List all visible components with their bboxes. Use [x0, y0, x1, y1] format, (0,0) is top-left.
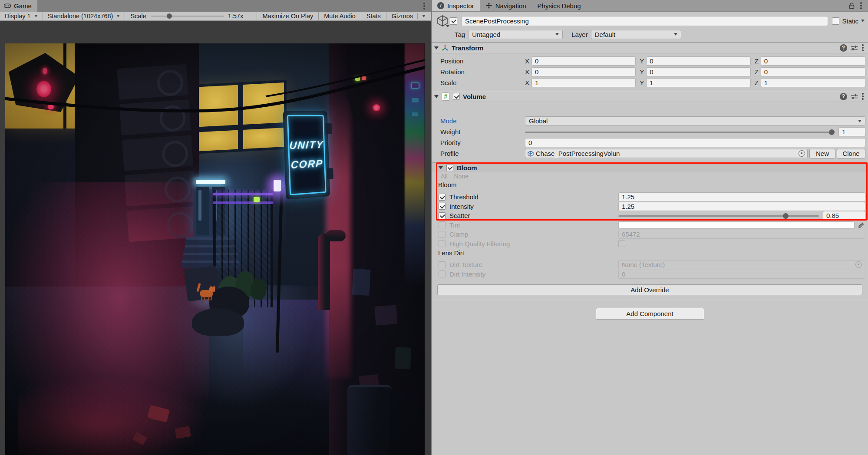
scatter-slider-thumb[interactable]	[783, 213, 789, 219]
scale-slider[interactable]	[151, 13, 224, 19]
chevron-down-icon[interactable]	[422, 15, 426, 17]
game-toolbar: Display 1 Standalone (1024x768) Scale 1.…	[0, 12, 431, 21]
transform-menu-kebab-icon[interactable]	[862, 47, 864, 49]
scale-slider-thumb[interactable]	[167, 13, 172, 19]
all-button[interactable]: All	[441, 173, 448, 180]
tag-dropdown[interactable]: Untagged	[468, 30, 563, 39]
threshold-field[interactable]: 1.25	[618, 192, 865, 201]
help-icon[interactable]: ?	[840, 93, 847, 100]
none-button[interactable]: None	[454, 173, 469, 180]
tint-checkbox[interactable]	[439, 221, 446, 228]
tab-physics-debug[interactable]: Physics Debug	[532, 0, 587, 11]
clone-button[interactable]: Clone	[837, 149, 865, 158]
gameobject-cube-icon[interactable]	[435, 14, 450, 27]
object-picker-icon[interactable]	[799, 150, 805, 157]
rotation-y-field[interactable]: 0	[646, 67, 750, 76]
dirt-intensity-row: Dirt Intensity 0	[432, 270, 868, 279]
game-scene: UNITY CORP	[5, 43, 425, 455]
volume-header: # Volume ?	[432, 91, 868, 102]
gizmos-button[interactable]: Gizmos	[386, 12, 431, 20]
info-icon: i	[437, 2, 444, 9]
static-checkbox[interactable]	[832, 17, 839, 25]
bloom-enabled-checkbox[interactable]	[446, 164, 453, 171]
tab-navigation[interactable]: Navigation	[480, 0, 532, 11]
intensity-field[interactable]: 1.25	[618, 202, 865, 211]
new-button[interactable]: New	[809, 149, 835, 158]
bloom-override-section: Bloom All None Bloom Threshold 1.25 Inte…	[432, 162, 868, 221]
rotation-x-field[interactable]: 0	[531, 67, 636, 76]
intensity-checkbox[interactable]	[439, 203, 446, 210]
dirt-intensity-field: 0	[618, 270, 865, 279]
bloom-title: Bloom	[457, 164, 477, 171]
hqf-checkbox[interactable]	[439, 240, 446, 247]
add-override-button[interactable]: Add Override	[437, 284, 862, 295]
rotation-row: Rotation X0 Y0 Z0	[432, 66, 868, 77]
axis-z-label: Z	[755, 68, 759, 76]
maximize-on-play-label: Maximize On Play	[262, 13, 313, 20]
threshold-checkbox[interactable]	[439, 194, 446, 201]
axis-x-label: X	[525, 79, 529, 86]
mode-dropdown[interactable]: Global	[525, 116, 865, 125]
rotation-z-field[interactable]: 0	[761, 67, 865, 76]
maximize-on-play-button[interactable]: Maximize On Play	[257, 12, 318, 20]
scale-y-field[interactable]: 1	[646, 78, 750, 87]
script-icon: #	[442, 92, 450, 101]
scale-z-field[interactable]: 1	[761, 78, 865, 87]
scatter-slider[interactable]	[618, 213, 819, 219]
inspector-panel: i Inspector Navigation Physics Debug	[431, 0, 868, 455]
inspector-tabbar: i Inspector Navigation Physics Debug	[432, 0, 868, 12]
scale-label: Scale	[130, 13, 146, 20]
tab-inspector[interactable]: i Inspector	[432, 0, 480, 11]
chevron-down-icon	[446, 25, 449, 27]
add-component-button[interactable]: Add Component	[596, 308, 704, 320]
game-menu-kebab-icon[interactable]	[423, 5, 425, 7]
profile-value: Chase_PostProcessingVolun	[536, 150, 796, 157]
add-component-label: Add Component	[626, 310, 673, 317]
object-picker-icon	[855, 261, 862, 268]
position-label: Position	[432, 57, 525, 65]
position-y-field[interactable]: 0	[646, 56, 750, 66]
inspector-menu-kebab-icon[interactable]	[860, 5, 862, 7]
chevron-down-icon	[555, 33, 559, 36]
position-row: Position X0 Y0 Z0	[432, 56, 868, 66]
axis-y-label: Y	[640, 79, 644, 86]
inspector-tab-label: Inspector	[447, 2, 474, 10]
dirt-texture-label: Dirt Texture	[449, 261, 618, 268]
hqf-row: High Quality Filtering	[432, 239, 868, 249]
lock-icon[interactable]	[848, 2, 855, 9]
dirt-texture-checkbox[interactable]	[439, 261, 446, 268]
volume-foldout[interactable]	[434, 95, 439, 98]
dirt-intensity-checkbox[interactable]	[439, 270, 446, 277]
mute-audio-button[interactable]: Mute Audio	[318, 12, 361, 20]
profile-object-field[interactable]: Chase_PostProcessingVolun	[525, 149, 808, 158]
dirt-texture-row: Dirt Texture None (Texture)	[432, 260, 868, 270]
transform-foldout[interactable]	[434, 46, 439, 49]
resolution-dropdown[interactable]: Standalone (1024x768)	[43, 12, 125, 20]
weight-slider-thumb[interactable]	[829, 129, 835, 135]
priority-field[interactable]: 0	[525, 138, 865, 147]
gameobject-active-checkbox[interactable]	[450, 17, 457, 25]
weight-slider[interactable]	[525, 129, 835, 135]
static-dropdown-arrow[interactable]	[861, 20, 865, 22]
clamp-label: Clamp	[449, 231, 618, 238]
display-dropdown-label: Display 1	[5, 13, 31, 20]
scatter-field[interactable]: 0.85	[823, 211, 865, 220]
volume-enabled-checkbox[interactable]	[453, 93, 460, 100]
help-icon[interactable]: ?	[840, 44, 847, 52]
layer-dropdown[interactable]: Default	[591, 30, 681, 39]
position-z-field[interactable]: 0	[761, 56, 865, 66]
eyedropper-icon[interactable]	[857, 222, 865, 228]
clamp-checkbox[interactable]	[439, 231, 446, 238]
volume-menu-kebab-icon[interactable]	[862, 96, 864, 97]
gameobject-name-field[interactable]: ScenePostProcessing	[461, 16, 828, 26]
stats-button[interactable]: Stats	[361, 12, 386, 20]
scale-x-field[interactable]: 1	[531, 78, 636, 87]
display-dropdown[interactable]: Display 1	[0, 12, 43, 20]
scatter-checkbox[interactable]	[439, 212, 446, 219]
presets-icon[interactable]	[851, 44, 858, 51]
weight-field[interactable]: 1	[838, 127, 865, 136]
presets-icon[interactable]	[851, 93, 858, 100]
tab-game[interactable]: Game	[0, 0, 37, 12]
bloom-foldout[interactable]	[439, 166, 443, 169]
position-x-field[interactable]: 0	[531, 56, 636, 66]
